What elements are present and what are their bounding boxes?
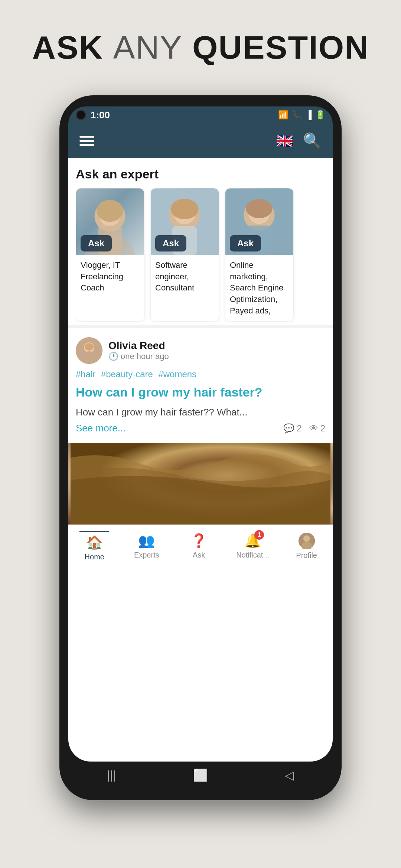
post-author-avatar	[76, 337, 102, 364]
profile-avatar-nav	[299, 533, 315, 549]
expert-card[interactable]: Ask Vlogger, IT Freelancing Coach	[76, 188, 144, 322]
post-username: Olivia Reed	[108, 340, 169, 352]
home-icon: 🏠	[86, 535, 103, 550]
clock-icon: 🕐	[108, 352, 118, 361]
phone-screen: 🇬🇧 🔍 Ask an expert	[68, 124, 333, 762]
tag-hair[interactable]: #hair	[76, 369, 95, 379]
nav-ask[interactable]: ❓ Ask	[184, 533, 214, 559]
hair-image	[68, 443, 333, 525]
nav-profile[interactable]: Profile	[292, 533, 322, 560]
see-more-link[interactable]: See more...	[76, 423, 125, 434]
post-header: Olivia Reed 🕐 one hour ago	[76, 337, 325, 364]
post-time: 🕐 one hour ago	[108, 352, 169, 361]
recents-gesture: ◁	[285, 768, 294, 782]
camera-dot	[76, 110, 86, 120]
post-footer: See more... 💬 2 👁 2	[76, 423, 325, 434]
svg-point-17	[85, 343, 94, 351]
post-user-info: Olivia Reed 🕐 one hour ago	[108, 340, 169, 361]
views-count: 2	[320, 423, 325, 434]
svg-point-8	[170, 198, 198, 219]
home-gesture: ⬜	[193, 768, 208, 782]
language-selector[interactable]: 🇬🇧	[275, 131, 294, 151]
nav-ask-label: Ask	[193, 551, 205, 559]
ask-button-3[interactable]: Ask	[230, 235, 261, 251]
nav-experts-label: Experts	[134, 551, 159, 559]
post-snippet: How can I grow my hair faster?? What...	[76, 405, 325, 419]
experts-icon: 👥	[138, 533, 155, 549]
tag-beauty-care[interactable]: #beauty-care	[101, 369, 153, 379]
phone-frame: 1:00 📶 📞 ▐ 🔋 🇬🇧 🔍	[59, 95, 342, 800]
notification-badge: 1	[254, 530, 264, 540]
status-bar: 1:00 📶 📞 ▐ 🔋	[68, 106, 333, 124]
post-question-title[interactable]: How can I grow my hair faster?	[76, 384, 325, 400]
comments-stat: 💬 2	[283, 423, 301, 434]
signal-icon: ▐	[306, 110, 312, 120]
call-icon: 📞	[292, 110, 302, 120]
nav-home-label: Home	[85, 553, 104, 561]
experts-section: Ask an expert	[68, 158, 333, 325]
ask-button-2[interactable]: Ask	[155, 235, 186, 251]
svg-point-13	[246, 199, 272, 218]
post-section: Olivia Reed 🕐 one hour ago #hair #beauty…	[68, 325, 333, 443]
nav-profile-label: Profile	[296, 551, 317, 560]
views-stat: 👁 2	[309, 423, 325, 434]
nav-notifications-label: Notificat...	[236, 551, 269, 559]
svg-point-3	[97, 200, 123, 221]
post-tags: #hair #beauty-care #womens	[76, 369, 325, 379]
expert-card[interactable]: Ask Software engineer, Consultant	[150, 188, 219, 322]
wifi-icon: 📶	[278, 110, 288, 120]
post-stats: 💬 2 👁 2	[283, 423, 325, 434]
nav-experts[interactable]: 👥 Experts	[132, 533, 162, 559]
nav-home[interactable]: 🏠 Home	[79, 531, 109, 561]
expert-description-3: Online marketing, Search Engine Optimiza…	[225, 255, 293, 321]
nav-notifications[interactable]: 🔔 1 Notificat...	[236, 533, 269, 559]
app-navbar: 🇬🇧 🔍	[68, 124, 333, 158]
page-headline: ASK ANY QUESTION	[32, 30, 369, 66]
comment-icon: 💬	[283, 423, 294, 434]
svg-point-21	[303, 535, 310, 542]
search-button[interactable]: 🔍	[303, 132, 322, 149]
bottom-nav: 🏠 Home 👥 Experts ❓ Ask 🔔 1 Notific	[68, 525, 333, 566]
tag-womens[interactable]: #womens	[158, 369, 196, 379]
battery-icon: 🔋	[315, 110, 325, 120]
status-icons: 📶 📞 ▐ 🔋	[278, 110, 325, 120]
comments-count: 2	[297, 423, 301, 434]
hamburger-menu-button[interactable]	[79, 136, 94, 146]
phone-bottom-bar: ||| ⬜ ◁	[68, 762, 333, 789]
eye-icon: 👁	[309, 423, 318, 434]
experts-row: Ask Vlogger, IT Freelancing Coach	[76, 188, 325, 322]
app-content: Ask an expert	[68, 158, 333, 762]
ask-button-1[interactable]: Ask	[81, 235, 112, 251]
ask-icon: ❓	[190, 533, 207, 549]
expert-description-1: Vlogger, IT Freelancing Coach	[76, 255, 144, 298]
expert-card[interactable]: Ask Online marketing, Search Engine Opti…	[225, 188, 294, 322]
back-gesture: |||	[107, 768, 116, 782]
status-time: 1:00	[91, 109, 110, 121]
expert-description-2: Software engineer, Consultant	[151, 255, 219, 298]
experts-section-title: Ask an expert	[76, 167, 325, 181]
